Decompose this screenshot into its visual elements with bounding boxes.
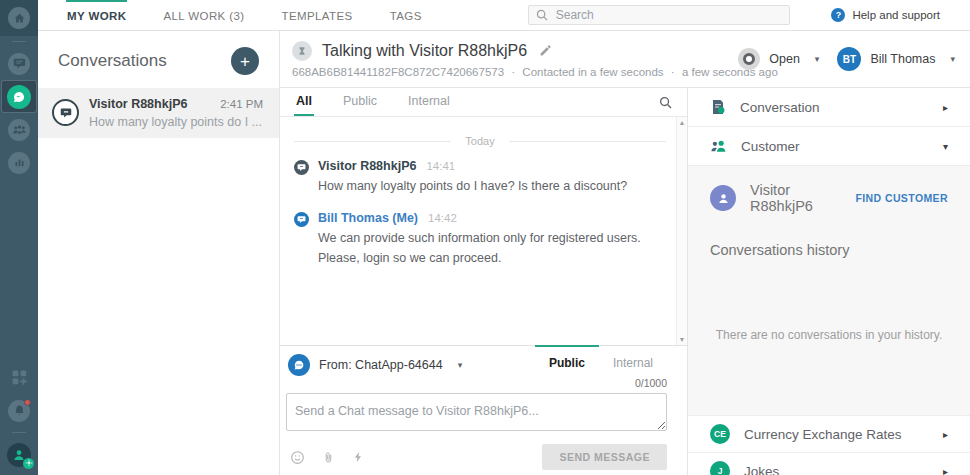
conversation-item-name: Visitor R88hkjP6	[89, 97, 187, 111]
visitor-row: Visitor R88hkjP6 FIND CUSTOMER	[710, 166, 948, 214]
chat-contacted: Contacted in a few seconds	[522, 66, 663, 78]
messages-scrollbar[interactable]: ▲ ▼	[676, 117, 687, 345]
tab-tags[interactable]: TAGS	[389, 0, 423, 30]
shortcuts-bolt-icon[interactable]	[352, 451, 364, 463]
chat-id: 668AB6B81441182F8C872C7420667573	[292, 66, 504, 78]
scroll-up-arrow[interactable]: ▲	[679, 119, 686, 126]
section-label: Conversation	[740, 100, 929, 115]
message-text: We can provide such information only for…	[318, 228, 641, 248]
tab-all-messages[interactable]: All	[294, 88, 314, 116]
expand-arrow-icon: ▸	[943, 466, 948, 475]
status-dropdown[interactable]: Open ▾	[738, 48, 819, 70]
meta-separator: ·	[671, 66, 675, 78]
help-and-support-button[interactable]: ? Help and support	[831, 0, 940, 30]
app-sidebar	[0, 0, 38, 475]
search-messages-icon[interactable]	[658, 95, 673, 110]
tab-all-work[interactable]: ALL WORK (3)	[162, 0, 245, 30]
composer-tab-public[interactable]: Public	[535, 345, 599, 376]
notification-badge	[24, 399, 31, 406]
conversations-header: Conversations +	[38, 31, 279, 88]
composer-actions: SEND MESSAGE	[286, 444, 667, 470]
bar-chart-icon	[8, 152, 30, 174]
section-jokes[interactable]: J Jokes ▸	[688, 453, 970, 475]
section-label: Jokes	[744, 464, 929, 475]
new-conversation-button[interactable]: +	[231, 47, 259, 75]
conversation-item-preview: How many loyalty points do I ...	[89, 115, 263, 129]
sidebar-item-analytics[interactable]	[0, 146, 38, 179]
conversation-doc-icon	[710, 99, 726, 115]
agent-name: Bill Thomas	[870, 52, 935, 66]
sidebar-item-home[interactable]	[0, 0, 38, 36]
composer-tabs: Public Internal	[535, 345, 667, 376]
section-currency-exchange[interactable]: CE Currency Exchange Rates ▸	[688, 416, 970, 453]
open-status-icon	[738, 48, 760, 70]
work-area: Talking with Visitor R88hkjP6 668AB6B814…	[280, 31, 970, 475]
home-icon	[8, 7, 30, 29]
message-text: Please, login so we can proceed.	[318, 248, 641, 268]
sidebar-item-conversations[interactable]	[0, 47, 38, 80]
visitor-chat-icon	[52, 99, 79, 126]
emoji-icon[interactable]	[290, 450, 305, 465]
conversation-item-time: 2:41 PM	[220, 98, 263, 110]
chat-header-right: Open ▾ BT Bill Thomas ▾	[738, 47, 955, 71]
sidebar-item-notifications[interactable]	[0, 394, 38, 427]
visitor-bubble-icon	[294, 160, 309, 175]
message-body: Bill Thomas (Me) 14:42 We can provide su…	[318, 211, 641, 268]
chevron-down-icon: ▾	[815, 54, 820, 64]
tab-my-work[interactable]: MY WORK	[66, 0, 127, 30]
from-selector[interactable]: From: ChatApp-64644 ▾	[286, 346, 462, 376]
sidebar-item-team[interactable]	[0, 113, 38, 146]
messages-list: Today Visitor R88hkjP6 14:41	[280, 117, 676, 345]
expand-arrow-icon: ▸	[943, 429, 948, 440]
chat-title: Talking with Visitor R88hkjP6	[322, 42, 527, 60]
jokes-badge-icon: J	[710, 461, 730, 475]
meta-separator: ·	[511, 66, 515, 78]
edit-title-icon[interactable]	[539, 44, 552, 57]
profile-avatar	[7, 443, 31, 467]
tab-public-messages[interactable]: Public	[341, 88, 379, 116]
customer-details: Visitor R88hkjP6 FIND CUSTOMER Conversat…	[688, 166, 970, 416]
agent-bubble-icon	[294, 212, 309, 227]
date-divider: Today	[294, 135, 666, 147]
section-conversation[interactable]: Conversation ▸	[688, 88, 970, 127]
active-highlight	[2, 81, 36, 112]
help-icon: ?	[831, 8, 845, 22]
conversation-list-item[interactable]: Visitor R88hkjP6 2:41 PM How many loyalt…	[38, 88, 279, 138]
message-input[interactable]	[286, 393, 667, 431]
sidebar-divider	[12, 432, 26, 433]
chevron-down-icon: ▾	[950, 54, 955, 64]
global-search[interactable]	[528, 5, 790, 25]
scroll-down-arrow[interactable]: ▼	[679, 336, 686, 343]
pending-hourglass-icon	[292, 41, 312, 61]
tab-internal-messages[interactable]: Internal	[406, 88, 452, 116]
agent-dropdown[interactable]: BT Bill Thomas ▾	[837, 47, 955, 71]
chat-header-left: Talking with Visitor R88hkjP6 668AB6B814…	[292, 41, 738, 78]
tab-templates[interactable]: TEMPLATES	[281, 0, 354, 30]
top-bar: MY WORK ALL WORK (3) TEMPLATES TAGS ? He…	[38, 0, 970, 31]
chat-message: Visitor R88hkjP6 14:41 How many loyalty …	[294, 159, 666, 196]
composer-tab-internal[interactable]: Internal	[599, 345, 667, 376]
section-label: Customer	[741, 139, 929, 154]
collapse-arrow-icon: ▾	[943, 141, 948, 152]
sidebar-item-chat-active[interactable]	[0, 80, 38, 113]
chat-header: Talking with Visitor R88hkjP6 668AB6B814…	[280, 31, 970, 88]
message-filter-tabs: All Public Internal	[280, 88, 687, 117]
expand-arrow-icon: ▸	[943, 102, 948, 113]
sidebar-item-profile[interactable]	[0, 438, 38, 471]
history-empty-text: There are no conversations in your histo…	[710, 328, 948, 342]
sidebar-item-apps[interactable]	[0, 361, 38, 394]
attachment-icon[interactable]	[322, 451, 335, 464]
from-label: From: ChatApp-64644	[319, 358, 443, 372]
sidebar-divider	[12, 41, 26, 42]
apps-grid-icon	[11, 369, 28, 386]
chat-bubble-icon	[7, 85, 31, 109]
search-icon	[535, 8, 549, 22]
find-customer-button[interactable]: FIND CUSTOMER	[855, 192, 948, 204]
message-time: 14:41	[426, 160, 455, 172]
search-input[interactable]	[556, 8, 783, 22]
details-panel: Conversation ▸ Customer ▾	[688, 88, 970, 475]
send-message-button[interactable]: SEND MESSAGE	[542, 444, 667, 470]
currency-badge-icon: CE	[710, 424, 730, 444]
app-window: MY WORK ALL WORK (3) TEMPLATES TAGS ? He…	[0, 0, 970, 475]
section-customer[interactable]: Customer ▾	[688, 127, 970, 166]
